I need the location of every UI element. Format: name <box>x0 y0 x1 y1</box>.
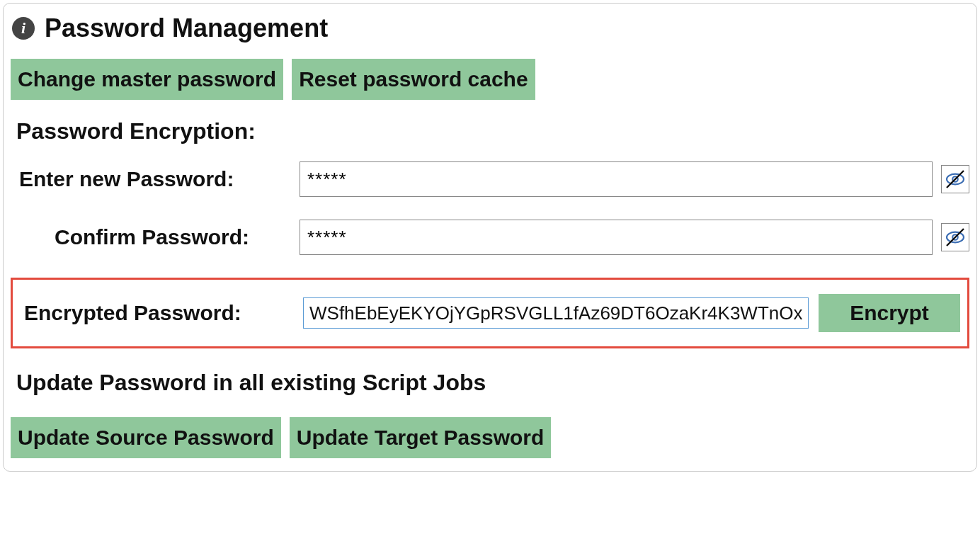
eye-slash-icon <box>944 168 967 191</box>
toggle-visibility-confirm-button[interactable] <box>941 223 969 251</box>
enter-password-row: Enter new Password: <box>11 161 969 197</box>
encryption-section-title: Password Encryption: <box>16 118 969 144</box>
confirm-password-label: Confirm Password: <box>16 225 300 249</box>
confirm-password-row: Confirm Password: <box>11 220 969 255</box>
panel-header: i Password Management <box>11 13 969 43</box>
new-password-input[interactable] <box>300 161 933 197</box>
change-master-password-button[interactable]: Change master password <box>11 59 283 100</box>
bottom-button-row: Update Source Password Update Target Pas… <box>11 417 969 458</box>
eye-slash-icon <box>944 226 967 249</box>
encrypted-password-highlight: Encrypted Password: Encrypt <box>11 278 969 348</box>
reset-password-cache-button[interactable]: Reset password cache <box>292 59 535 100</box>
update-target-password-button[interactable]: Update Target Password <box>290 417 552 458</box>
update-source-password-button[interactable]: Update Source Password <box>11 417 281 458</box>
panel-title: Password Management <box>45 13 328 43</box>
toggle-visibility-new-button[interactable] <box>941 165 969 193</box>
confirm-password-input[interactable] <box>300 220 933 255</box>
encrypted-password-output[interactable] <box>303 297 809 329</box>
info-icon: i <box>12 17 35 40</box>
password-management-panel: i Password Management Change master pass… <box>3 3 977 472</box>
enter-password-label: Enter new Password: <box>16 167 300 191</box>
encrypt-button[interactable]: Encrypt <box>819 294 960 332</box>
top-button-row: Change master password Reset password ca… <box>11 59 969 100</box>
update-jobs-section-title: Update Password in all existing Script J… <box>16 370 969 396</box>
encrypted-password-label: Encrypted Password: <box>20 301 303 325</box>
